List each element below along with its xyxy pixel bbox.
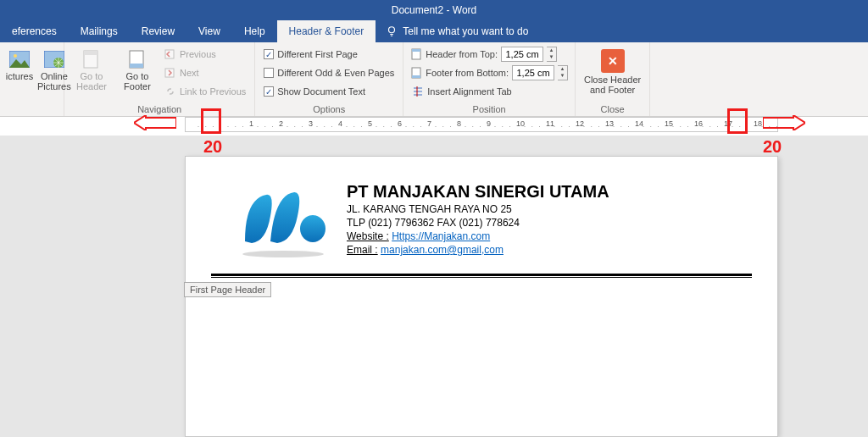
annotation-right-margin-box — [727, 108, 748, 134]
company-website-line: Website : Https://Manjakan.com — [347, 230, 609, 242]
header-content[interactable]: PT MANJAKAN SINERGI UTAMA JL. KARANG TEN… — [186, 157, 777, 267]
website-link[interactable]: Https://Manjakan.com — [392, 230, 490, 242]
document-workspace: PT MANJAKAN SINERGI UTAMA JL. KARANG TEN… — [0, 136, 868, 437]
position-group-label: Position — [410, 102, 568, 114]
close-icon: ✕ — [601, 49, 625, 73]
close-group-label: Close — [582, 102, 643, 114]
checkbox-icon: ✓ — [264, 86, 274, 97]
annotation-left-margin-box — [201, 108, 221, 134]
company-logo — [236, 182, 330, 258]
tab-view[interactable]: View — [186, 20, 232, 42]
checkbox-icon — [264, 68, 274, 78]
svg-rect-12 — [412, 49, 420, 52]
ribbon-tab-strip: eferences Mailings Review View Help Head… — [0, 20, 868, 42]
annotation-left-arrow-icon — [134, 115, 176, 130]
svg-rect-10 — [165, 69, 174, 77]
goto-footer-icon — [128, 50, 147, 69]
annotation-right-arrow-icon — [763, 115, 805, 130]
company-info: PT MANJAKAN SINERGI UTAMA JL. KARANG TEN… — [347, 182, 609, 258]
different-first-page-checkbox[interactable]: ✓ Different First Page — [262, 46, 396, 63]
insert-alignment-tab-button[interactable]: Insert Alignment Tab — [410, 83, 568, 100]
picture-icon — [9, 51, 30, 68]
company-address: JL. KARANG TENGAH RAYA NO 25 — [347, 203, 609, 215]
header-top-spinner[interactable]: ▲▼ — [547, 47, 557, 62]
svg-point-2 — [14, 54, 17, 58]
checkbox-icon: ✓ — [264, 49, 274, 59]
close-header-footer-button[interactable]: ✕ Close Header and Footer — [579, 46, 647, 95]
options-group-label: Options — [262, 102, 396, 114]
group-navigation: Go to Header Go to Footer Previous Next … — [64, 42, 255, 116]
tab-review[interactable]: Review — [130, 20, 186, 42]
svg-rect-6 — [84, 51, 97, 55]
header-top-icon — [410, 48, 422, 60]
lightbulb-icon — [386, 25, 398, 37]
website-label: Website : — [347, 230, 389, 242]
email-label: Email : — [347, 244, 378, 256]
group-close: ✕ Close Header and Footer Close — [576, 42, 650, 116]
show-document-text-checkbox[interactable]: ✓ Show Document Text — [262, 83, 396, 100]
group-options: ✓ Different First Page Different Odd & E… — [255, 42, 403, 116]
annotation-right-number: 20 — [763, 137, 782, 157]
goto-header-icon — [82, 50, 101, 69]
tell-me-search[interactable]: Tell me what you want to do — [376, 20, 528, 42]
window-title: Document2 - Word — [392, 4, 476, 16]
different-odd-even-checkbox[interactable]: Different Odd & Even Pages — [262, 64, 396, 81]
link-previous-button: Link to Previous — [163, 83, 248, 100]
tab-header-footer[interactable]: Header & Footer — [277, 20, 376, 42]
previous-button: Previous — [163, 46, 248, 63]
header-top-input[interactable] — [501, 47, 543, 62]
group-insert: ictures Online Pictures — [0, 42, 64, 116]
tab-mailings[interactable]: Mailings — [69, 20, 130, 42]
horizontal-ruler[interactable]: ······1···2···3···4···5···6···7···8···9·… — [185, 117, 778, 132]
svg-rect-14 — [412, 75, 420, 78]
company-name: PT MANJAKAN SINERGI UTAMA — [347, 182, 609, 202]
tab-references[interactable]: eferences — [0, 20, 69, 42]
alignment-tab-icon — [412, 86, 424, 97]
ribbon: ictures Online Pictures Go to Header Go … — [0, 42, 868, 117]
footer-bottom-spinner[interactable]: ▲▼ — [558, 65, 568, 80]
header-top-label: Header from Top: — [426, 49, 498, 59]
goto-header-button: Go to Header — [71, 46, 112, 102]
title-bar: Document2 - Word — [0, 0, 868, 20]
company-email-line: Email : manjakan.com@gmail,com — [347, 244, 609, 256]
link-icon — [164, 86, 176, 97]
pictures-button[interactable]: ictures — [7, 46, 32, 113]
footer-bottom-icon — [410, 67, 422, 79]
email-link[interactable]: manjakan.com@gmail,com — [381, 244, 504, 256]
annotation-left-number: 20 — [203, 137, 222, 157]
goto-footer-button[interactable]: Go to Footer — [117, 46, 158, 102]
svg-point-0 — [389, 27, 395, 33]
header-divider — [211, 274, 752, 278]
next-button: Next — [163, 64, 248, 81]
svg-point-16 — [242, 251, 324, 257]
group-position: Header from Top: ▲▼ Footer from Bottom: … — [403, 42, 576, 116]
next-icon — [164, 67, 176, 79]
svg-rect-8 — [130, 64, 143, 68]
svg-point-15 — [300, 215, 326, 242]
document-page[interactable]: PT MANJAKAN SINERGI UTAMA JL. KARANG TEN… — [185, 156, 778, 437]
footer-bottom-input[interactable] — [512, 65, 554, 80]
previous-icon — [164, 48, 176, 60]
navigation-group-label: Navigation — [71, 102, 248, 114]
header-tag: First Page Header — [184, 282, 271, 297]
footer-bottom-label: Footer from Bottom: — [426, 68, 509, 78]
company-phone: TLP (021) 7796362 FAX (021) 778624 — [347, 217, 609, 229]
tab-help[interactable]: Help — [232, 20, 277, 42]
online-picture-icon — [44, 51, 64, 68]
